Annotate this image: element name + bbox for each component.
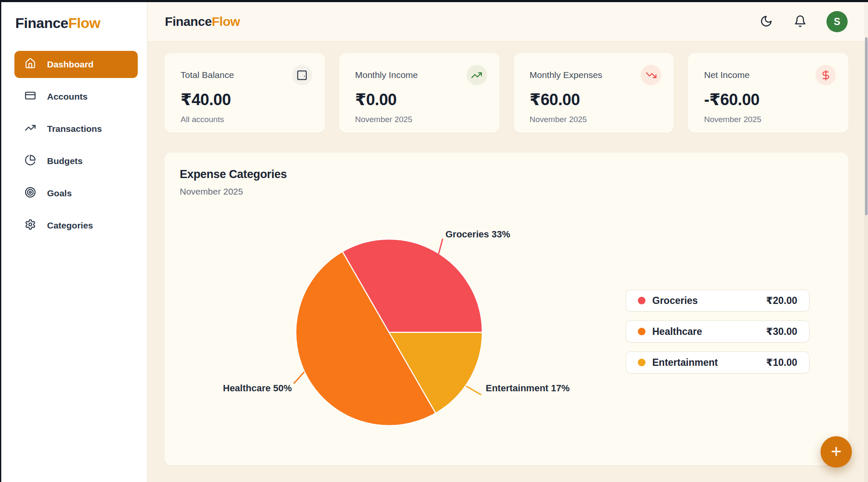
theme-toggle-button[interactable] — [759, 14, 774, 29]
title-primary: Finance — [165, 14, 212, 28]
top-header: FinanceFlow S — [147, 2, 868, 42]
stat-value: -₹60.00 — [704, 90, 832, 109]
stat-title: Monthly Income — [355, 70, 484, 80]
pie-label-entertainment: Entertainment 17% — [486, 383, 570, 394]
pie-label-groceries: Groceries 33% — [445, 229, 510, 240]
stat-title: Monthly Expenses — [530, 70, 658, 80]
sidebar-item-accounts[interactable]: Accounts — [14, 83, 138, 110]
sidebar-item-label: Dashboard — [47, 59, 94, 70]
gear-icon — [25, 219, 36, 232]
title-accent: Flow — [212, 14, 240, 28]
target-icon — [25, 187, 36, 200]
sidebar-item-label: Accounts — [47, 92, 88, 102]
chart-title: Expense Categories — [180, 168, 287, 181]
legend-item-groceries[interactable]: Groceries ₹20.00 — [626, 290, 810, 312]
sidebar-item-dashboard[interactable]: Dashboard — [14, 51, 138, 78]
stats-row: Total Balance ₹40.00 All accounts Monthl… — [164, 53, 849, 133]
wallet-icon — [292, 65, 312, 85]
home-icon — [25, 58, 36, 71]
logo-primary: Finance — [15, 15, 68, 31]
credit-card-icon — [25, 90, 36, 103]
stat-subtitle: November 2025 — [704, 115, 832, 124]
scrollbar-track — [864, 2, 868, 482]
app-shell: FinanceFlow Dashboard Accounts Transacti… — [0, 2, 868, 482]
bell-icon — [794, 15, 807, 29]
sidebar-logo: FinanceFlow — [15, 15, 138, 31]
trending-up-icon — [467, 65, 487, 85]
logo-accent: Flow — [68, 15, 100, 31]
legend-dot-icon — [638, 359, 645, 366]
sidebar-item-label: Categories — [47, 220, 93, 231]
window-frame-left — [0, 0, 1, 482]
pie-label-healthcare: Healthcare 50% — [223, 383, 292, 394]
stat-card-monthly-income: Monthly Income ₹0.00 November 2025 — [339, 53, 500, 133]
legend-value: ₹20.00 — [766, 295, 797, 306]
expense-pie-chart — [295, 238, 483, 426]
finance-dashboard-page: FinanceFlow Dashboard Accounts Transacti… — [0, 0, 868, 482]
sidebar-item-label: Transactions — [47, 124, 102, 134]
trending-down-icon — [641, 65, 661, 85]
legend-label: Healthcare — [652, 326, 702, 337]
sidebar-item-budgets[interactable]: Budgets — [14, 148, 138, 175]
sidebar-item-transactions[interactable]: Transactions — [14, 115, 138, 142]
trending-up-icon — [25, 122, 36, 136]
moon-icon — [760, 15, 773, 29]
dashboard-content: Total Balance ₹40.00 All accounts Monthl… — [147, 42, 868, 482]
stat-subtitle: All accounts — [181, 115, 309, 124]
stat-value: ₹40.00 — [181, 90, 309, 109]
legend-dot-icon — [638, 328, 645, 335]
sidebar-nav: Dashboard Accounts Transactions Budgets … — [14, 51, 138, 239]
stat-subtitle: November 2025 — [530, 115, 658, 124]
stat-title: Net Income — [704, 70, 832, 80]
stat-value: ₹0.00 — [355, 90, 484, 109]
sidebar-item-categories[interactable]: Categories — [14, 212, 138, 239]
sidebar-item-label: Budgets — [47, 156, 83, 166]
legend-item-healthcare[interactable]: Healthcare ₹30.00 — [626, 320, 810, 343]
legend-dot-icon — [638, 297, 645, 304]
stat-subtitle: November 2025 — [355, 115, 484, 124]
legend-label: Groceries — [652, 295, 698, 306]
add-transaction-fab[interactable] — [821, 436, 852, 468]
sidebar-item-goals[interactable]: Goals — [14, 180, 138, 207]
chart-legend: Groceries ₹20.00 Healthcare ₹30.00 Enter… — [626, 290, 810, 373]
scrollbar-thumb[interactable] — [865, 37, 868, 215]
stat-value: ₹60.00 — [530, 90, 658, 109]
page-title: FinanceFlow — [165, 14, 240, 29]
legend-value: ₹10.00 — [766, 357, 797, 368]
legend-value: ₹30.00 — [766, 326, 797, 337]
main-area: FinanceFlow S Total Balance ₹40.00 All a… — [147, 2, 868, 482]
legend-item-entertainment[interactable]: Entertainment ₹10.00 — [626, 351, 810, 373]
stat-card-total-balance: Total Balance ₹40.00 All accounts — [164, 53, 325, 133]
sidebar: FinanceFlow Dashboard Accounts Transacti… — [0, 2, 147, 482]
user-avatar[interactable]: S — [826, 11, 848, 32]
pie-chart-icon — [25, 154, 36, 168]
dollar-icon — [815, 65, 836, 85]
chart-subtitle: November 2025 — [180, 187, 243, 197]
stat-card-net-income: Net Income -₹60.00 November 2025 — [688, 53, 849, 133]
stat-title: Total Balance — [181, 70, 309, 80]
sidebar-item-label: Goals — [47, 188, 72, 198]
header-actions: S — [759, 11, 848, 32]
expense-categories-card: Expense Categories November 2025 Groceri… — [164, 153, 849, 465]
notifications-button[interactable] — [793, 14, 808, 29]
window-frame-top — [0, 0, 868, 2]
plus-icon — [829, 445, 843, 460]
stat-card-monthly-expenses: Monthly Expenses ₹60.00 November 2025 — [514, 53, 674, 133]
legend-label: Entertainment — [652, 357, 718, 368]
